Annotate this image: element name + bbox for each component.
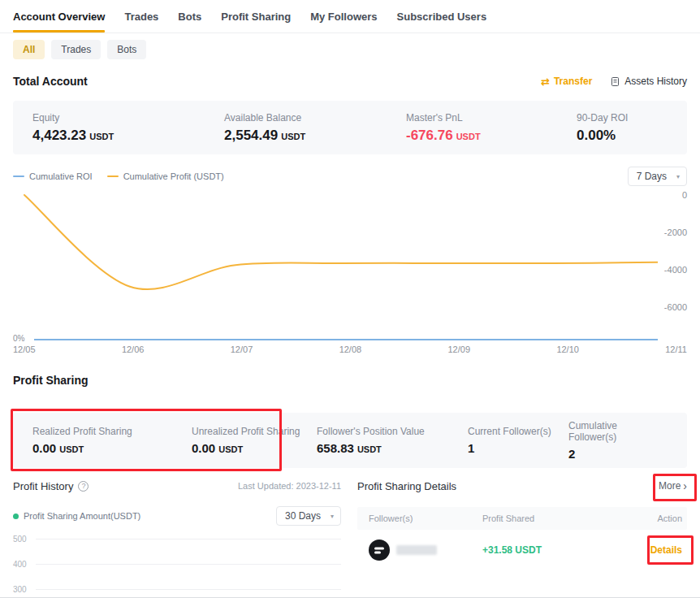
table-row: +31.58 USDT Details bbox=[357, 530, 687, 570]
legend-cumulative-profit[interactable]: Cumulative Profit (USDT) bbox=[107, 171, 224, 181]
follower-avatar-logo-icon bbox=[369, 540, 390, 561]
tab-my-followers[interactable]: My Followers bbox=[310, 0, 377, 32]
x-axis-tick: 12/10 bbox=[556, 344, 579, 356]
stat-equity: Equity 4,423.23USDT bbox=[32, 112, 224, 144]
performance-chart: 0 -2000 -4000 -6000 0% bbox=[13, 188, 687, 344]
last-updated-label: Last Updated: 2023-12-11 bbox=[238, 481, 341, 491]
stat-value: 0.00USDT bbox=[192, 441, 317, 455]
bottom-section: Profit History ? Last Updated: 2023-12-1… bbox=[13, 478, 687, 598]
legend-label: Cumulative ROI bbox=[29, 171, 93, 181]
profit-history-panel: Profit History ? Last Updated: 2023-12-1… bbox=[13, 478, 341, 598]
header-actions: ⇄ Transfer Assets History bbox=[541, 76, 687, 87]
stat-value: 0.00USDT bbox=[32, 441, 192, 455]
stat-value: -676.76USDT bbox=[406, 128, 577, 144]
column-action: Action bbox=[633, 514, 682, 523]
total-account-stats: Equity 4,423.23USDT Available Balance 2,… bbox=[13, 101, 687, 154]
performance-chart-legend-row: Cumulative ROI Cumulative Profit (USDT) … bbox=[13, 166, 687, 187]
y-axis-tick: 400 bbox=[13, 560, 29, 569]
roi-axis-zero-label: 0% bbox=[13, 334, 24, 343]
more-button[interactable]: More › bbox=[659, 480, 687, 492]
profit-history-title-row: Profit History ? bbox=[13, 480, 89, 492]
stat-masters-pnl: Master's PnL -676.76USDT bbox=[406, 112, 577, 144]
tab-bots[interactable]: Bots bbox=[178, 0, 201, 32]
x-axis-tick: 12/11 bbox=[665, 344, 687, 356]
table-header: Follower(s) Profit Shared Action bbox=[357, 507, 687, 530]
range-select-7-days[interactable]: 7 Days ▾ bbox=[628, 167, 687, 186]
profit-sharing-details-title: Profit Sharing Details bbox=[357, 480, 456, 492]
stat-90day-roi: 90-Day ROI 0.00% bbox=[577, 112, 668, 144]
stat-label: Available Balance bbox=[224, 112, 406, 124]
profit-history-chart: 500 400 300 bbox=[13, 526, 341, 598]
assets-history-button[interactable]: Assets History bbox=[610, 76, 687, 87]
performance-chart-svg bbox=[13, 188, 658, 344]
stat-label: Cumulative Follower(s) bbox=[568, 420, 668, 443]
legend-label: Profit Sharing Amount(USDT) bbox=[24, 511, 140, 521]
copy-trading-dashboard: Account Overview Trades Bots Profit Shar… bbox=[0, 0, 700, 598]
assets-history-icon bbox=[610, 76, 620, 87]
total-account-title: Total Account bbox=[13, 75, 88, 88]
assets-history-label: Assets History bbox=[624, 76, 687, 87]
cumulative-profit-line bbox=[24, 195, 658, 289]
range-select-value: 30 Days bbox=[285, 510, 321, 522]
range-select-value: 7 Days bbox=[637, 171, 667, 182]
x-axis-labels: 12/05 12/06 12/07 12/08 12/09 12/10 12/1… bbox=[13, 344, 687, 356]
transfer-icon: ⇄ bbox=[541, 76, 550, 87]
profit-sharing-details-panel: Profit Sharing Details More › Follower(s… bbox=[357, 478, 687, 598]
stat-value: 1 bbox=[468, 441, 568, 455]
stat-value: 2 bbox=[568, 447, 668, 461]
gridline bbox=[36, 539, 341, 540]
gridline-row: 300 bbox=[13, 577, 341, 598]
stat-available-balance: Available Balance 2,554.49USDT bbox=[224, 112, 406, 144]
range-select-30-days[interactable]: 30 Days ▾ bbox=[276, 506, 341, 526]
filter-all[interactable]: All bbox=[13, 40, 45, 59]
y-axis-tick: -6000 bbox=[655, 302, 687, 312]
stat-unrealized-profit-sharing: Unrealized Profit Sharing 0.00USDT bbox=[192, 426, 317, 455]
filter-trades[interactable]: Trades bbox=[51, 40, 101, 59]
legend-profit-sharing-amount: Profit Sharing Amount(USDT) bbox=[13, 511, 140, 521]
total-account-header: Total Account ⇄ Transfer Assets History bbox=[13, 72, 687, 90]
stat-value: 0.00% bbox=[577, 128, 668, 144]
x-axis-tick: 12/09 bbox=[448, 344, 471, 356]
x-axis-tick: 12/08 bbox=[339, 344, 362, 356]
chart-legends: Cumulative ROI Cumulative Profit (USDT) bbox=[13, 171, 224, 181]
stat-value: 4,423.23USDT bbox=[32, 128, 224, 144]
gridline-row: 400 bbox=[13, 552, 341, 577]
stat-label: Equity bbox=[32, 112, 224, 124]
stat-cumulative-followers: Cumulative Follower(s) 2 bbox=[568, 420, 668, 461]
y-axis-tick: 500 bbox=[13, 535, 29, 544]
stat-value: 2,554.49USDT bbox=[224, 128, 406, 144]
legend-label: Cumulative Profit (USDT) bbox=[123, 171, 224, 181]
follower-avatar bbox=[369, 540, 390, 561]
y-axis-tick: 300 bbox=[13, 585, 29, 594]
tab-trades[interactable]: Trades bbox=[124, 0, 158, 32]
roi-swatch-icon bbox=[13, 176, 24, 177]
follower-name-blurred bbox=[396, 545, 437, 555]
stat-label: Realized Profit Sharing bbox=[32, 426, 192, 437]
stat-label: 90-Day ROI bbox=[577, 112, 668, 124]
green-dot-icon bbox=[13, 514, 19, 519]
chevron-down-icon: ▾ bbox=[676, 173, 680, 180]
profit-swatch-icon bbox=[107, 176, 119, 177]
details-button[interactable]: Details bbox=[650, 544, 682, 556]
info-icon[interactable]: ? bbox=[78, 481, 89, 492]
chevron-right-icon: › bbox=[683, 480, 687, 492]
stat-label: Current Follower(s) bbox=[468, 426, 568, 437]
follower-cell bbox=[369, 540, 482, 561]
legend-cumulative-roi[interactable]: Cumulative ROI bbox=[13, 171, 93, 181]
filter-bots[interactable]: Bots bbox=[107, 40, 146, 59]
filter-pills: All Trades Bots bbox=[13, 40, 687, 59]
column-profit-shared: Profit Shared bbox=[482, 514, 633, 523]
tab-subscribed-users[interactable]: Subscribed Users bbox=[397, 0, 487, 32]
profit-history-title: Profit History bbox=[13, 480, 73, 492]
tab-profit-sharing[interactable]: Profit Sharing bbox=[221, 0, 291, 32]
transfer-button[interactable]: ⇄ Transfer bbox=[541, 76, 592, 87]
profit-sharing-stats: Realized Profit Sharing 0.00USDT Unreali… bbox=[13, 413, 687, 468]
profit-sharing-title: Profit Sharing bbox=[13, 374, 687, 390]
x-axis-tick: 12/07 bbox=[231, 344, 253, 356]
chevron-down-icon: ▾ bbox=[331, 513, 334, 520]
stat-value: 658.83USDT bbox=[317, 441, 468, 455]
tab-account-overview[interactable]: Account Overview bbox=[13, 0, 105, 32]
stat-label: Master's PnL bbox=[406, 112, 577, 124]
transfer-label: Transfer bbox=[554, 76, 592, 87]
tabs-bar: Account Overview Trades Bots Profit Shar… bbox=[0, 0, 700, 33]
